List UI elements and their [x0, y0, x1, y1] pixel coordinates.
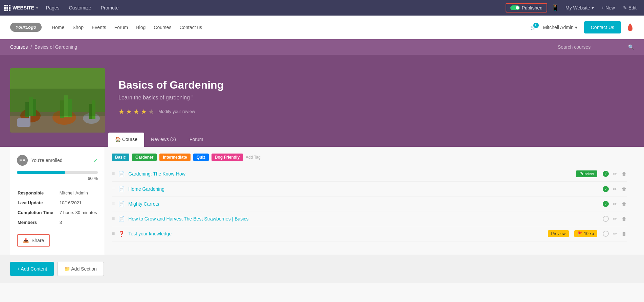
tag-dog-friendly[interactable]: Dog Friendly	[212, 154, 243, 161]
published-button[interactable]: Published	[506, 3, 548, 13]
last-update-label: Last Update	[18, 198, 59, 207]
drag-handle[interactable]: ≡	[112, 171, 115, 177]
contact-us-button[interactable]: Contact Us	[584, 21, 621, 33]
breadcrumb-sep: /	[30, 44, 32, 50]
content-area: MA You're enrolled ✓ 60 % Responsible Mi…	[0, 147, 644, 255]
customize-nav[interactable]: Customize	[65, 0, 95, 16]
progress-bar-container	[17, 171, 98, 174]
edit-icon[interactable]: ✏	[612, 231, 618, 236]
course-items: ≡ 📄 Gardening: The Know-How Preview ✓ ✏ …	[112, 166, 627, 241]
share-button[interactable]: 📤 Share	[17, 234, 50, 247]
add-tag-button[interactable]: Add Tag	[246, 155, 261, 160]
enrolled-row: MA You're enrolled ✓	[17, 155, 98, 166]
search-icon[interactable]: 🔍	[628, 44, 634, 50]
bottom-buttons: + Add Content 📁 Add Section	[0, 255, 644, 283]
star-5: ★	[148, 108, 154, 116]
add-section-button[interactable]: 📁 Add Section	[57, 262, 104, 276]
nav-blog[interactable]: Blog	[136, 25, 146, 30]
my-website-dropdown[interactable]: My Website ▾	[563, 5, 597, 10]
tag-intermediate[interactable]: Intermediate	[159, 154, 190, 161]
item-title[interactable]: How to Grow and Harvest The Best Strawbe…	[128, 216, 599, 222]
delete-icon[interactable]: 🗑	[621, 201, 627, 207]
delete-icon[interactable]: 🗑	[621, 216, 627, 222]
delete-icon[interactable]: 🗑	[621, 171, 627, 177]
breadcrumb-parent[interactable]: Courses	[10, 44, 28, 50]
course-item: ≡ 📄 Mighty Carrots ✓ ✏ 🗑	[112, 196, 627, 211]
my-website-label: My Website	[565, 5, 590, 10]
delete-icon[interactable]: 🗑	[621, 231, 627, 236]
search-input[interactable]	[558, 44, 625, 50]
last-update-value: 10/16/2021	[60, 198, 97, 207]
brand-name: WEBSITE	[13, 5, 34, 10]
cart-count: 0	[533, 23, 539, 28]
modify-review-link[interactable]: Modify your review	[158, 109, 195, 114]
published-label: Published	[522, 5, 543, 10]
nav-shop[interactable]: Shop	[72, 25, 84, 30]
promote-nav[interactable]: Promote	[97, 0, 123, 16]
cart-icon[interactable]: 🛒 0	[530, 25, 536, 30]
admin-user-arrow: ▾	[575, 25, 577, 30]
breadcrumb-current: Basics of Gardening	[35, 44, 77, 50]
edit-button[interactable]: ✎ Edit	[620, 5, 640, 10]
completion-time-row: Completion Time 7 hours 30 minutes	[18, 208, 97, 217]
members-row: Members 3	[18, 218, 97, 227]
tag-basic[interactable]: Basic	[112, 154, 129, 161]
tab-forum[interactable]: Forum	[183, 133, 210, 147]
nav-links: Home Shop Events Forum Blog Courses Cont…	[52, 25, 524, 30]
new-button[interactable]: + New	[598, 5, 618, 10]
edit-icon[interactable]: ✏	[612, 171, 618, 177]
pages-nav[interactable]: Pages	[42, 0, 64, 16]
drag-handle[interactable]: ≡	[112, 231, 115, 237]
add-content-button[interactable]: + Add Content	[10, 262, 54, 276]
website-brand[interactable]: WEBSITE ▾	[4, 5, 38, 11]
grid-icon	[4, 5, 10, 11]
nav-contact-us[interactable]: Contact us	[179, 25, 202, 30]
site-nav: YourLogo Home Shop Events Forum Blog Cou…	[0, 16, 644, 39]
hero-image-svg	[10, 68, 105, 133]
status-done-icon: ✓	[603, 171, 609, 177]
edit-icon[interactable]: ✏	[612, 216, 618, 222]
completion-time-value: 7 hours 30 minutes	[60, 208, 97, 217]
course-item: ≡ 📄 How to Grow and Harvest The Best Str…	[112, 211, 627, 226]
nav-forum[interactable]: Forum	[114, 25, 128, 30]
course-item: ≡ 📄 Home Gardening ✓ ✏ 🗑	[112, 182, 627, 196]
drop-icon	[626, 23, 634, 32]
item-title[interactable]: Gardening: The Know-How	[128, 171, 573, 177]
item-title[interactable]: Home Gardening	[128, 186, 599, 192]
course-title: Basics of Gardening	[118, 79, 620, 91]
preview-badge[interactable]: Preview	[576, 170, 597, 177]
admin-user-menu[interactable]: Mitchell Admin ▾	[543, 25, 577, 30]
delete-icon[interactable]: 🗑	[621, 186, 627, 192]
quiz-icon: ❓	[118, 231, 125, 237]
edit-icon[interactable]: ✏	[612, 186, 618, 192]
edit-icon[interactable]: ✏	[612, 201, 618, 207]
admin-bar: WEBSITE ▾ Pages Customize Promote Publis…	[0, 0, 644, 16]
star-rating: ★ ★ ★ ★ ★ Modify your review	[118, 108, 620, 116]
item-title[interactable]: Mighty Carrots	[128, 201, 599, 207]
tag-gardener[interactable]: Gardener	[132, 154, 157, 161]
nav-events[interactable]: Events	[92, 25, 106, 30]
nav-courses[interactable]: Courses	[154, 25, 171, 30]
device-icon[interactable]: 📱	[549, 4, 561, 11]
tab-course[interactable]: 🏠 Course	[108, 133, 144, 147]
course-item: ≡ 📄 Gardening: The Know-How Preview ✓ ✏ …	[112, 166, 627, 182]
svg-rect-13	[17, 118, 30, 127]
drag-handle[interactable]: ≡	[112, 201, 115, 207]
star-3: ★	[133, 108, 139, 116]
tag-quiz[interactable]: Quiz	[193, 154, 209, 161]
site-logo[interactable]: YourLogo	[10, 23, 42, 32]
star-1: ★	[118, 108, 125, 116]
item-title[interactable]: Test your knowledge	[128, 231, 544, 236]
responsible-row: Responsible Mitchell Admin	[18, 188, 97, 198]
nav-home[interactable]: Home	[52, 25, 64, 30]
brand-dropdown-icon: ▾	[36, 6, 38, 10]
preview-badge-gold[interactable]: Preview	[548, 230, 569, 237]
drag-handle[interactable]: ≡	[112, 186, 115, 192]
progress-label: 60 %	[17, 176, 98, 181]
drag-handle[interactable]: ≡	[112, 216, 115, 222]
admin-user-name: Mitchell Admin	[543, 25, 573, 30]
doc-icon: 📄	[118, 215, 125, 222]
published-toggle[interactable]	[510, 5, 520, 10]
doc-icon: 📄	[118, 186, 125, 192]
tab-reviews[interactable]: Reviews (2)	[144, 133, 183, 147]
